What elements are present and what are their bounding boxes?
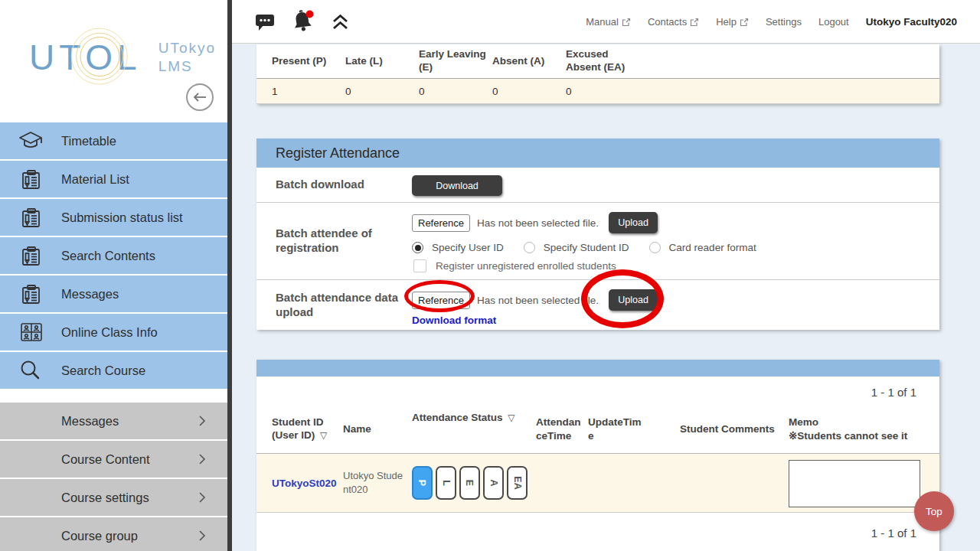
contacts-link[interactable]: Contacts [648, 16, 699, 28]
sidebar-course-content[interactable]: Course Content [0, 441, 227, 478]
memo-note: ※Students cannot see it [789, 430, 907, 442]
status-button-early-leaving[interactable]: E [459, 466, 480, 500]
left-arrow-icon [192, 92, 207, 103]
sidebar-item-messages[interactable]: Messages [0, 276, 227, 312]
reference-button[interactable]: Reference [412, 214, 470, 232]
radio-card-reader-format[interactable]: Card reader format [649, 242, 756, 253]
external-link-icon [740, 18, 749, 27]
sidebar-course-group[interactable]: Course group [0, 517, 227, 551]
collapse-up-icon[interactable] [331, 14, 350, 31]
checkbox-label: Register unregistered enrolled students [436, 260, 616, 272]
sidebar-item-search-course[interactable]: Search Course [0, 352, 227, 389]
topbar: Manual Contacts Help Settings Logout Uto… [232, 0, 980, 44]
no-file-selected-text: Has not been selected file. [477, 295, 599, 306]
pagination-top: 1 - 1 of 1 [256, 377, 939, 405]
sidebar-item-label: Material List [61, 172, 129, 187]
scroll-to-top-button[interactable]: Top [914, 491, 954, 531]
logged-in-user: Utokyo Faculty020 [866, 16, 957, 28]
status-button-present[interactable]: P [412, 466, 433, 500]
sidebar-item-material-list[interactable]: Material List [0, 161, 227, 197]
student-id-link[interactable]: UTokyoSt020 [272, 478, 337, 489]
summary-col-early-leaving: Early Leaving (E) [419, 48, 492, 74]
upload-button[interactable]: Upload [609, 212, 658, 233]
clipboard-icon [0, 245, 61, 267]
graduation-cap-icon [0, 130, 61, 152]
clipboard-icon [0, 207, 61, 229]
sidebar-item-label: Search Contents [61, 249, 155, 263]
col-student-id[interactable]: Student ID (User ID) ▽ [272, 416, 339, 442]
summary-value-row: 1 0 0 0 0 [256, 79, 939, 104]
sidebar-item-submission-status[interactable]: Submission status list [0, 199, 227, 236]
pagination-bottom: 1 - 1 of 1 [256, 513, 939, 546]
notification-bell-icon[interactable] [290, 9, 316, 35]
register-attendance-section: Register Attendance Batch download Downl… [256, 139, 939, 330]
section-title: Register Attendance [256, 139, 939, 168]
sidebar-item-label: Messages [61, 287, 119, 302]
sidebar-divider [227, 0, 232, 551]
student-name: Utokyo Student020 [343, 469, 408, 496]
summary-absent-value: 0 [492, 86, 566, 97]
sidebar-item-online-class-info[interactable]: Online Class Info [0, 314, 227, 350]
sort-icon[interactable]: ▽ [508, 412, 514, 423]
chevron-right-icon [198, 491, 206, 504]
radio-specify-student-id[interactable]: Specify Student ID [524, 242, 629, 253]
summary-col-late: Late (L) [345, 55, 419, 68]
col-update-time: UpdateTime [588, 416, 646, 442]
batch-attendee-row: Batch attendee of registration Reference… [256, 203, 939, 280]
sidebar-item-label: Course Content [61, 452, 150, 467]
sidebar-gap [0, 390, 227, 403]
download-format-link[interactable]: Download format [412, 315, 496, 326]
summary-col-excused-absent: Excused Absent (EA) [566, 48, 639, 74]
batch-attendance-upload-row: Batch attendance data upload Reference H… [256, 280, 939, 330]
col-name: Name [343, 422, 408, 436]
sort-icon[interactable]: ▽ [320, 430, 327, 441]
logo-o-letter: O [85, 37, 117, 77]
attendance-list-section: 1 - 1 of 1 Student ID (User ID) ▽ Name A… [256, 360, 939, 551]
sidebar-collapse-button[interactable] [186, 83, 214, 111]
logo-l-letter: L [117, 37, 142, 78]
col-attendance-status[interactable]: Attendance Status ▽ [412, 405, 534, 425]
download-button[interactable]: Download [412, 175, 502, 196]
chevron-right-icon [198, 453, 206, 465]
sidebar-item-label: Timetable [61, 134, 116, 148]
radio-button[interactable] [524, 242, 535, 253]
sidebar-course-settings[interactable]: Course settings [0, 479, 227, 516]
utol-logo: UTOL UTokyo LMS [29, 37, 216, 78]
help-link[interactable]: Help [716, 16, 749, 28]
logo-subtitle: UTokyo LMS [158, 39, 216, 76]
radio-button-checked[interactable] [412, 242, 423, 253]
manual-link[interactable]: Manual [586, 16, 631, 28]
settings-link[interactable]: Settings [766, 16, 802, 28]
reference-button-circled[interactable]: Reference [412, 292, 470, 309]
sidebar-item-timetable[interactable]: Timetable [0, 122, 227, 159]
page: UTOL UTokyo LMS [0, 0, 980, 551]
clipboard-icon [0, 283, 61, 305]
memo-textarea[interactable] [789, 460, 920, 507]
batch-attendee-label: Batch attendee of registration [256, 203, 412, 279]
clipboard-icon [0, 168, 61, 191]
logout-link[interactable]: Logout [818, 16, 849, 28]
status-button-absent[interactable]: A [483, 466, 504, 500]
sidebar-item-label: Course settings [61, 491, 149, 505]
sidebar-course-messages[interactable]: Messages [0, 403, 227, 439]
messages-bubble-icon[interactable] [255, 12, 276, 32]
upload-button-circled[interactable]: Upload [609, 289, 658, 311]
sidebar-item-label: Course group [61, 529, 138, 543]
col-memo: Memo ※Students cannot see it [789, 416, 924, 442]
logo-area: UTOL UTokyo LMS [0, 0, 227, 122]
magnifier-icon [0, 358, 61, 383]
external-link-icon [622, 18, 631, 27]
list-header-row: Student ID (User ID) ▽ Name Attendance S… [256, 405, 939, 454]
attendance-summary-table: Present (P) Late (L) Early Leaving (E) A… [256, 44, 939, 104]
sidebar: UTOL UTokyo LMS [0, 0, 227, 551]
summary-excused-absent-value: 0 [566, 86, 639, 97]
main-content: Present (P) Late (L) Early Leaving (E) A… [232, 44, 980, 551]
radio-specify-user-id[interactable]: Specify User ID [412, 242, 504, 253]
register-unregistered-checkbox[interactable] [413, 259, 426, 272]
status-button-late[interactable]: L [436, 466, 456, 500]
status-button-excused-absent[interactable]: EA [507, 466, 528, 500]
sidebar-nav: Timetable Material List [0, 122, 227, 551]
sidebar-item-search-contents[interactable]: Search Contents [0, 237, 227, 274]
radio-button[interactable] [649, 242, 661, 253]
sidebar-item-label: Search Course [61, 364, 145, 378]
